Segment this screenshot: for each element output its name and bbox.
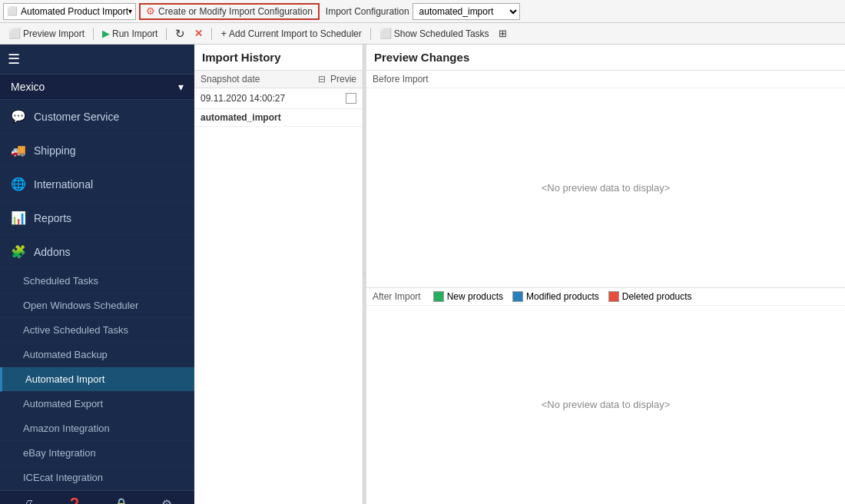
import-history-panel: Import History Snapshot date ⊟ Previe 09… (194, 45, 363, 504)
hamburger-icon[interactable]: ☰ (8, 51, 20, 68)
international-icon: 🌐 (11, 177, 26, 191)
reports-icon: 📊 (11, 211, 26, 225)
content-area: Import History Snapshot date ⊟ Previe 09… (194, 45, 845, 504)
sub-item-label: Automated Export (23, 398, 103, 410)
sidebar-item-label: Customer Service (34, 111, 119, 123)
refresh-icon: ↻ (175, 27, 185, 41)
before-import-label: Before Import (366, 71, 845, 88)
print-icon[interactable]: 🖨 (22, 498, 35, 505)
deleted-products-label: Deleted products (622, 291, 692, 302)
create-modify-btn[interactable]: ⚙ Create or Modify Import Configuration (139, 3, 320, 20)
module-dropdown-label: Automated Product Import (21, 6, 128, 17)
modified-products-label: Modified products (526, 291, 599, 302)
sidebar-header: ☰ (0, 45, 194, 75)
sidebar-item-active-scheduled-tasks[interactable]: Active Scheduled Tasks (0, 318, 194, 343)
filter-icon[interactable]: ⊟ (318, 74, 326, 85)
store-name: Mexico (11, 81, 45, 93)
sub-item-label: Active Scheduled Tasks (23, 324, 128, 336)
sidebar-item-label: Reports (34, 212, 71, 224)
sidebar: ☰ Mexico ▾ 💬 Customer Service 🚚 Shipping… (0, 45, 194, 504)
panels-row: Import History Snapshot date ⊟ Previe 09… (194, 45, 845, 504)
modified-products-color (512, 291, 523, 302)
sidebar-item-addons[interactable]: 🧩 Addons (0, 235, 194, 269)
preview-header: Previe (330, 74, 356, 85)
add-scheduler-label: Add Current Import to Scheduler (229, 28, 362, 39)
module-dropdown-arrow: ▾ (128, 7, 132, 15)
preview-panel: Preview Changes Before Import <No previe… (366, 45, 845, 504)
snapshot-date-header: Snapshot date (200, 74, 313, 85)
import-config-select[interactable]: automated_import (413, 3, 520, 20)
legend-modified-products: Modified products (512, 291, 599, 302)
stop-icon: ✕ (194, 28, 203, 39)
extra-icon: ⊞ (499, 28, 507, 39)
second-toolbar: ⬜ Preview Import ▶ Run Import ↻ ✕ + Add … (0, 23, 845, 45)
customer-service-icon: 💬 (11, 109, 26, 124)
import-config-label: Import Configuration (326, 6, 409, 17)
gear-icon: ⚙ (146, 5, 155, 17)
sidebar-item-automated-backup[interactable]: Automated Backup (0, 343, 194, 367)
sub-item-label: Automated Backup (23, 349, 108, 360)
sidebar-item-automated-import[interactable]: Automated Import (0, 367, 194, 392)
separator2 (166, 28, 167, 40)
preview-import-btn[interactable]: ⬜ Preview Import (5, 25, 88, 42)
sidebar-item-ebay-integration[interactable]: eBay Integration (0, 441, 194, 466)
sub-item-label: Open Windows Scheduler (23, 300, 138, 311)
after-import-section: After Import New products Modified produ… (366, 288, 845, 505)
run-import-label: Run Import (112, 28, 157, 39)
shipping-icon: 🚚 (11, 143, 26, 158)
sidebar-item-customer-service[interactable]: 💬 Customer Service (0, 100, 194, 134)
help-icon[interactable]: ❓ (67, 497, 82, 504)
refresh-btn[interactable]: ↻ (171, 25, 189, 42)
run-icon: ▶ (102, 28, 110, 39)
sidebar-item-scheduled-tasks[interactable]: Scheduled Tasks (0, 269, 194, 293)
sidebar-item-shipping[interactable]: 🚚 Shipping (0, 134, 194, 167)
import-history-title: Import History (194, 45, 363, 71)
sidebar-item-label: Addons (34, 246, 70, 258)
legend-new-products: New products (433, 291, 503, 302)
run-import-btn[interactable]: ▶ Run Import (98, 25, 161, 42)
sub-item-label: Amazon Integration (23, 423, 110, 434)
sidebar-bottom-bar: 🖨 ❓ 🔒 ⚙ (0, 490, 194, 504)
preview-import-label: Preview Import (23, 28, 84, 39)
new-products-color (433, 291, 444, 302)
sidebar-item-icecat-integration[interactable]: ICEcat Integration (0, 466, 194, 490)
create-modify-label: Create or Modify Import Configuration (158, 6, 313, 17)
history-header: Snapshot date ⊟ Previe (194, 71, 363, 88)
snapshot-date: 09.11.2020 14:00:27 (200, 93, 285, 104)
add-icon: + (220, 28, 227, 39)
store-selector[interactable]: Mexico ▾ (0, 75, 194, 100)
stop-btn[interactable]: ✕ (191, 25, 207, 42)
after-import-empty: <No preview data to display> (366, 306, 845, 505)
add-scheduler-btn[interactable]: + Add Current Import to Scheduler (217, 25, 365, 42)
sidebar-item-reports[interactable]: 📊 Reports (0, 201, 194, 235)
sub-item-label: eBay Integration (23, 447, 96, 459)
history-name: automated_import (194, 109, 363, 127)
sidebar-item-amazon-integration[interactable]: Amazon Integration (0, 416, 194, 441)
sidebar-item-label: International (34, 178, 93, 191)
lock-icon[interactable]: 🔒 (114, 497, 129, 504)
module-dropdown[interactable]: ⬜ Automated Product Import ▾ (3, 3, 136, 20)
sub-item-label: ICEcat Integration (23, 472, 103, 483)
chevron-down-icon: ▾ (178, 81, 184, 93)
new-products-label: New products (447, 291, 503, 302)
sidebar-item-label: Shipping (34, 144, 76, 157)
sidebar-item-international[interactable]: 🌐 International (0, 167, 194, 201)
sub-item-label: Automated Import (25, 373, 104, 385)
settings-icon[interactable]: ⚙ (161, 497, 172, 504)
extra-btn[interactable]: ⊞ (495, 25, 511, 42)
sidebar-item-open-windows-scheduler[interactable]: Open Windows Scheduler (0, 293, 194, 318)
before-import-section: Before Import <No preview data to displa… (366, 71, 845, 288)
preview-title: Preview Changes (366, 45, 845, 71)
top-toolbar: ⬜ Automated Product Import ▾ ⚙ Create or… (0, 0, 845, 23)
separator (93, 28, 94, 40)
sidebar-item-automated-export[interactable]: Automated Export (0, 392, 194, 416)
show-scheduled-btn[interactable]: ⬜ Show Scheduled Tasks (376, 25, 493, 42)
after-import-label: After Import (373, 291, 421, 302)
separator3 (211, 28, 212, 40)
preview-icon: ⬜ (8, 28, 21, 39)
separator4 (370, 28, 371, 40)
show-scheduled-label: Show Scheduled Tasks (394, 28, 489, 39)
deleted-products-color (608, 291, 619, 302)
history-checkbox[interactable] (346, 93, 356, 104)
history-row[interactable]: 09.11.2020 14:00:27 (194, 88, 363, 109)
